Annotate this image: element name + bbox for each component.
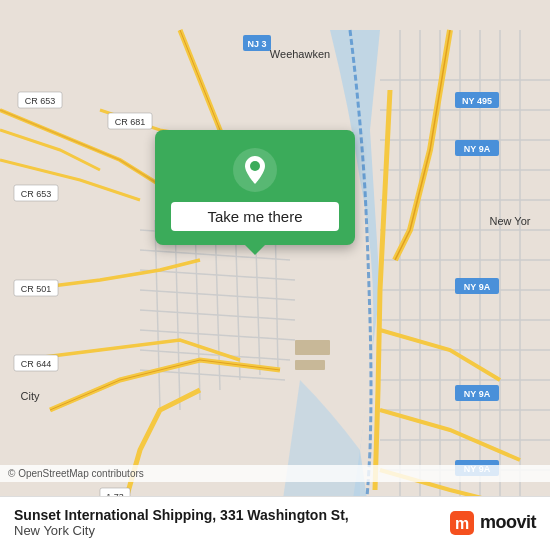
svg-text:CR 501: CR 501 (21, 284, 52, 294)
moovit-icon-svg: m (448, 509, 476, 537)
svg-text:NY 495: NY 495 (462, 96, 492, 106)
bottom-bar: Sunset International Shipping, 331 Washi… (0, 496, 550, 550)
svg-text:CR 653: CR 653 (21, 189, 52, 199)
svg-text:NJ 3: NJ 3 (247, 39, 266, 49)
copyright-text: © OpenStreetMap contributors (8, 468, 144, 479)
address-block: Sunset International Shipping, 331 Washi… (14, 507, 349, 538)
svg-text:CR 653: CR 653 (25, 96, 56, 106)
svg-text:CR 644: CR 644 (21, 359, 52, 369)
location-pin-icon (233, 148, 277, 192)
svg-text:CR 681: CR 681 (115, 117, 146, 127)
address-line2: New York City (14, 523, 349, 538)
svg-text:Weehawken: Weehawken (270, 48, 330, 60)
popup-card: Take me there (155, 130, 355, 245)
svg-text:NY 9A: NY 9A (464, 389, 491, 399)
svg-rect-33 (295, 340, 330, 355)
svg-text:New Yor: New Yor (490, 215, 531, 227)
copyright-bar: © OpenStreetMap contributors (0, 465, 550, 482)
moovit-text: moovit (480, 512, 536, 533)
address-line1: Sunset International Shipping, 331 Washi… (14, 507, 349, 523)
svg-text:NY 9A: NY 9A (464, 144, 491, 154)
svg-text:NY 9A: NY 9A (464, 282, 491, 292)
map-container: CR 653 CR 681 NJ 3 CR 653 CR 501 CR 644 … (0, 0, 550, 550)
svg-point-36 (250, 161, 260, 171)
moovit-logo: m moovit (448, 509, 536, 537)
svg-text:m: m (455, 515, 469, 532)
take-me-there-button[interactable]: Take me there (171, 202, 339, 231)
svg-rect-34 (295, 360, 325, 370)
svg-text:City: City (21, 390, 40, 402)
